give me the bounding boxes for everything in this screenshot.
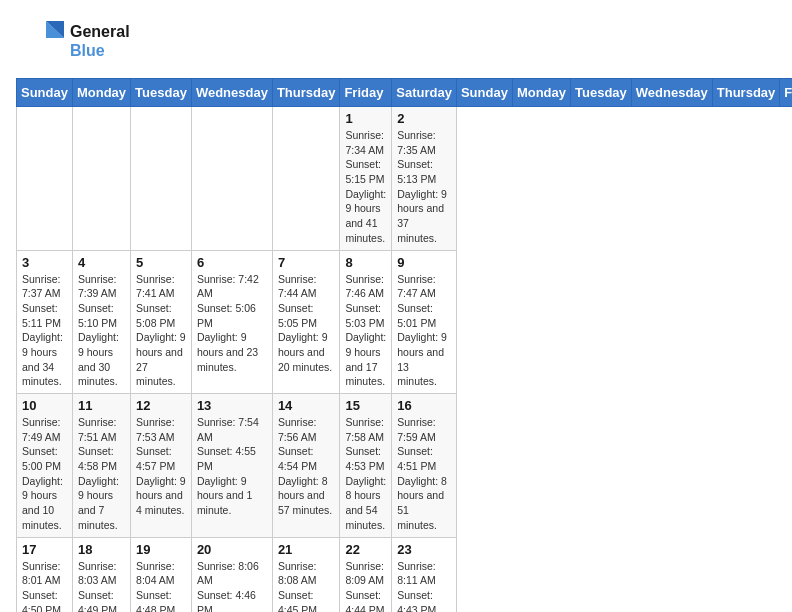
week-row-2: 3Sunrise: 7:37 AM Sunset: 5:11 PM Daylig…: [17, 250, 793, 394]
day-info: Sunrise: 8:08 AM Sunset: 4:45 PM Dayligh…: [278, 559, 335, 613]
day-cell: [191, 107, 272, 251]
day-info: Sunrise: 7:59 AM Sunset: 4:51 PM Dayligh…: [397, 415, 451, 533]
day-number: 20: [197, 542, 267, 557]
week-row-4: 17Sunrise: 8:01 AM Sunset: 4:50 PM Dayli…: [17, 537, 793, 612]
header-thursday: Thursday: [272, 79, 340, 107]
day-info: Sunrise: 7:47 AM Sunset: 5:01 PM Dayligh…: [397, 272, 451, 390]
day-number: 18: [78, 542, 125, 557]
day-number: 7: [278, 255, 335, 270]
day-number: 16: [397, 398, 451, 413]
header-day-tuesday: Tuesday: [571, 79, 632, 107]
day-info: Sunrise: 8:04 AM Sunset: 4:48 PM Dayligh…: [136, 559, 186, 613]
logo-general-text: General: [70, 22, 130, 41]
day-info: Sunrise: 8:01 AM Sunset: 4:50 PM Dayligh…: [22, 559, 67, 613]
header-saturday: Saturday: [392, 79, 457, 107]
day-cell: 14Sunrise: 7:56 AM Sunset: 4:54 PM Dayli…: [272, 394, 340, 538]
day-number: 2: [397, 111, 451, 126]
day-number: 6: [197, 255, 267, 270]
header-monday: Monday: [72, 79, 130, 107]
day-number: 12: [136, 398, 186, 413]
day-number: 17: [22, 542, 67, 557]
day-number: 23: [397, 542, 451, 557]
day-info: Sunrise: 7:37 AM Sunset: 5:11 PM Dayligh…: [22, 272, 67, 390]
day-info: Sunrise: 7:53 AM Sunset: 4:57 PM Dayligh…: [136, 415, 186, 518]
day-number: 21: [278, 542, 335, 557]
day-number: 1: [345, 111, 386, 126]
day-info: Sunrise: 8:11 AM Sunset: 4:43 PM Dayligh…: [397, 559, 451, 613]
header-day-thursday: Thursday: [712, 79, 780, 107]
day-number: 22: [345, 542, 386, 557]
day-cell: 10Sunrise: 7:49 AM Sunset: 5:00 PM Dayli…: [17, 394, 73, 538]
day-info: Sunrise: 7:54 AM Sunset: 4:55 PM Dayligh…: [197, 415, 267, 518]
day-cell: 8Sunrise: 7:46 AM Sunset: 5:03 PM Daylig…: [340, 250, 392, 394]
day-cell: 2Sunrise: 7:35 AM Sunset: 5:13 PM Daylig…: [392, 107, 457, 251]
day-number: 19: [136, 542, 186, 557]
day-number: 14: [278, 398, 335, 413]
day-cell: 7Sunrise: 7:44 AM Sunset: 5:05 PM Daylig…: [272, 250, 340, 394]
week-row-1: 1Sunrise: 7:34 AM Sunset: 5:15 PM Daylig…: [17, 107, 793, 251]
day-number: 8: [345, 255, 386, 270]
day-info: Sunrise: 7:35 AM Sunset: 5:13 PM Dayligh…: [397, 128, 451, 246]
day-number: 5: [136, 255, 186, 270]
day-cell: [72, 107, 130, 251]
page-header: GeneralBlue: [16, 16, 776, 66]
header-friday: Friday: [340, 79, 392, 107]
logo-icon: [16, 16, 66, 66]
header-tuesday: Tuesday: [131, 79, 192, 107]
header-day-friday: Friday: [780, 79, 792, 107]
logo: GeneralBlue: [16, 16, 130, 66]
header-day-wednesday: Wednesday: [631, 79, 712, 107]
day-cell: 22Sunrise: 8:09 AM Sunset: 4:44 PM Dayli…: [340, 537, 392, 612]
day-info: Sunrise: 7:56 AM Sunset: 4:54 PM Dayligh…: [278, 415, 335, 518]
day-info: Sunrise: 8:06 AM Sunset: 4:46 PM Dayligh…: [197, 559, 267, 613]
day-cell: 19Sunrise: 8:04 AM Sunset: 4:48 PM Dayli…: [131, 537, 192, 612]
header-day-sunday: Sunday: [456, 79, 512, 107]
header-day-monday: Monday: [512, 79, 570, 107]
day-info: Sunrise: 7:49 AM Sunset: 5:00 PM Dayligh…: [22, 415, 67, 533]
day-info: Sunrise: 7:34 AM Sunset: 5:15 PM Dayligh…: [345, 128, 386, 246]
day-cell: 13Sunrise: 7:54 AM Sunset: 4:55 PM Dayli…: [191, 394, 272, 538]
day-number: 3: [22, 255, 67, 270]
day-info: Sunrise: 7:42 AM Sunset: 5:06 PM Dayligh…: [197, 272, 267, 375]
day-number: 4: [78, 255, 125, 270]
day-number: 10: [22, 398, 67, 413]
day-info: Sunrise: 7:58 AM Sunset: 4:53 PM Dayligh…: [345, 415, 386, 533]
day-cell: 5Sunrise: 7:41 AM Sunset: 5:08 PM Daylig…: [131, 250, 192, 394]
day-info: Sunrise: 8:03 AM Sunset: 4:49 PM Dayligh…: [78, 559, 125, 613]
logo-blue-text: Blue: [70, 41, 130, 60]
day-cell: 12Sunrise: 7:53 AM Sunset: 4:57 PM Dayli…: [131, 394, 192, 538]
day-cell: 16Sunrise: 7:59 AM Sunset: 4:51 PM Dayli…: [392, 394, 457, 538]
day-cell: 11Sunrise: 7:51 AM Sunset: 4:58 PM Dayli…: [72, 394, 130, 538]
day-info: Sunrise: 7:41 AM Sunset: 5:08 PM Dayligh…: [136, 272, 186, 390]
day-info: Sunrise: 7:44 AM Sunset: 5:05 PM Dayligh…: [278, 272, 335, 375]
day-cell: 20Sunrise: 8:06 AM Sunset: 4:46 PM Dayli…: [191, 537, 272, 612]
day-number: 15: [345, 398, 386, 413]
day-number: 11: [78, 398, 125, 413]
day-cell: 17Sunrise: 8:01 AM Sunset: 4:50 PM Dayli…: [17, 537, 73, 612]
day-info: Sunrise: 7:46 AM Sunset: 5:03 PM Dayligh…: [345, 272, 386, 390]
day-cell: [17, 107, 73, 251]
day-cell: 15Sunrise: 7:58 AM Sunset: 4:53 PM Dayli…: [340, 394, 392, 538]
day-cell: 9Sunrise: 7:47 AM Sunset: 5:01 PM Daylig…: [392, 250, 457, 394]
calendar-header-row: SundayMondayTuesdayWednesdayThursdayFrid…: [17, 79, 793, 107]
header-wednesday: Wednesday: [191, 79, 272, 107]
day-cell: 23Sunrise: 8:11 AM Sunset: 4:43 PM Dayli…: [392, 537, 457, 612]
day-cell: [272, 107, 340, 251]
day-cell: [131, 107, 192, 251]
day-number: 13: [197, 398, 267, 413]
day-cell: 3Sunrise: 7:37 AM Sunset: 5:11 PM Daylig…: [17, 250, 73, 394]
week-row-3: 10Sunrise: 7:49 AM Sunset: 5:00 PM Dayli…: [17, 394, 793, 538]
day-number: 9: [397, 255, 451, 270]
day-info: Sunrise: 7:51 AM Sunset: 4:58 PM Dayligh…: [78, 415, 125, 533]
day-info: Sunrise: 7:39 AM Sunset: 5:10 PM Dayligh…: [78, 272, 125, 390]
header-sunday: Sunday: [17, 79, 73, 107]
day-info: Sunrise: 8:09 AM Sunset: 4:44 PM Dayligh…: [345, 559, 386, 613]
day-cell: 21Sunrise: 8:08 AM Sunset: 4:45 PM Dayli…: [272, 537, 340, 612]
day-cell: 18Sunrise: 8:03 AM Sunset: 4:49 PM Dayli…: [72, 537, 130, 612]
day-cell: 6Sunrise: 7:42 AM Sunset: 5:06 PM Daylig…: [191, 250, 272, 394]
day-cell: 1Sunrise: 7:34 AM Sunset: 5:15 PM Daylig…: [340, 107, 392, 251]
day-cell: 4Sunrise: 7:39 AM Sunset: 5:10 PM Daylig…: [72, 250, 130, 394]
calendar-table: SundayMondayTuesdayWednesdayThursdayFrid…: [16, 78, 792, 612]
